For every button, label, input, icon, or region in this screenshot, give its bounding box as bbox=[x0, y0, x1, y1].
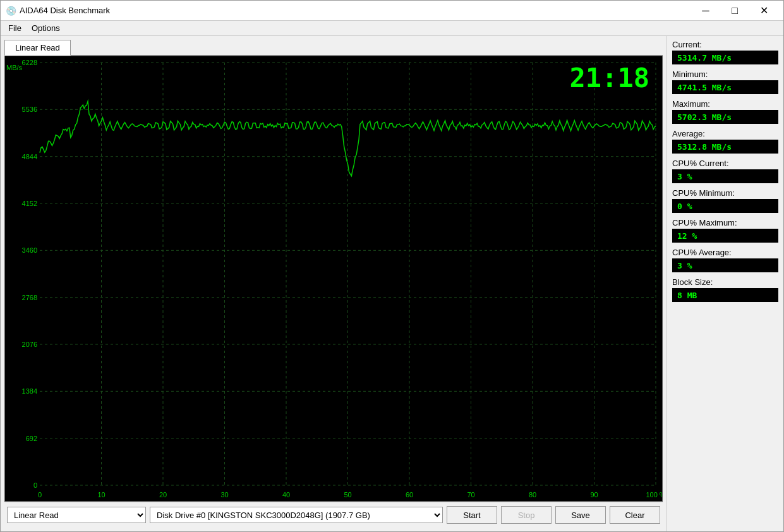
title-bar: 💿 AIDA64 Disk Benchmark ─ □ ✕ bbox=[1, 1, 783, 21]
chart-container: 21:18 bbox=[4, 56, 663, 502]
content-area: Linear Read 21:18 Linear Read Random Rea… bbox=[1, 36, 783, 531]
close-button[interactable]: ✕ bbox=[749, 1, 778, 21]
maximize-button[interactable]: □ bbox=[720, 1, 749, 21]
stat-cpu-average: CPU% Average: 3 % bbox=[672, 248, 778, 272]
tab-bar: Linear Read bbox=[4, 40, 663, 56]
stat-cpu-current: CPU% Current: 3 % bbox=[672, 159, 778, 183]
save-button[interactable]: Save bbox=[555, 506, 606, 524]
minimize-button[interactable]: ─ bbox=[691, 1, 720, 21]
right-panel: Current: 5314.7 MB/s Minimum: 4741.5 MB/… bbox=[666, 36, 783, 531]
window-title: AIDA64 Disk Benchmark bbox=[20, 6, 691, 15]
stat-minimum: Minimum: 4741.5 MB/s bbox=[672, 70, 778, 94]
stop-button[interactable]: Stop bbox=[501, 506, 552, 524]
stat-cpu-minimum: CPU% Minimum: 0 % bbox=[672, 188, 778, 213]
benchmark-chart bbox=[5, 56, 662, 501]
start-button[interactable]: Start bbox=[447, 506, 497, 524]
menu-options[interactable]: Options bbox=[27, 22, 65, 34]
main-panel: Linear Read 21:18 Linear Read Random Rea… bbox=[1, 36, 666, 531]
stat-maximum: Maximum: 5702.3 MB/s bbox=[672, 99, 778, 124]
test-select[interactable]: Linear Read Random Read Linear Write Ran… bbox=[7, 507, 146, 523]
stat-block-size: Block Size: 8 MB bbox=[672, 277, 778, 302]
stat-current: Current: 5314.7 MB/s bbox=[672, 40, 778, 64]
disk-select[interactable]: Disk Drive #0 [KINGSTON SKC3000D2048G] (… bbox=[150, 507, 443, 523]
tab-linear-read[interactable]: Linear Read bbox=[4, 40, 71, 56]
menu-bar: File Options bbox=[1, 21, 783, 36]
clear-button[interactable]: Clear bbox=[610, 506, 660, 524]
app-icon: 💿 bbox=[6, 6, 16, 16]
main-window: 💿 AIDA64 Disk Benchmark ─ □ ✕ File Optio… bbox=[0, 0, 784, 532]
menu-file[interactable]: File bbox=[3, 22, 27, 34]
bottom-bar: Linear Read Random Read Linear Write Ran… bbox=[4, 502, 663, 528]
window-controls: ─ □ ✕ bbox=[691, 1, 778, 21]
stat-average: Average: 5312.8 MB/s bbox=[672, 129, 778, 154]
stat-cpu-maximum: CPU% Maximum: 12 % bbox=[672, 218, 778, 243]
time-display: 21:18 bbox=[570, 63, 649, 94]
